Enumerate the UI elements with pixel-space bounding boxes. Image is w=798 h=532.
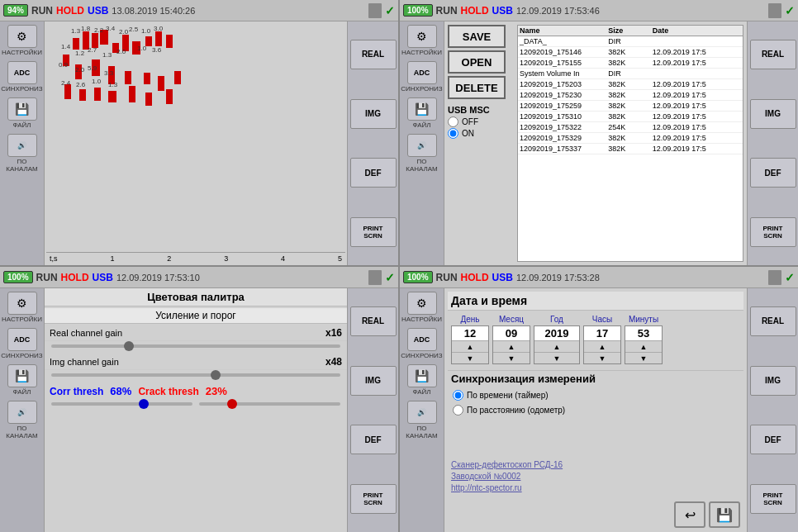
sidebar-file-1[interactable]: 💾 ФАЙЛ (2, 96, 42, 131)
print-btn-2[interactable]: PRINTSCRN (750, 217, 796, 247)
hours-spinbox[interactable]: 17 ▲ ▼ (583, 325, 621, 364)
img-gain-slider-container[interactable] (45, 372, 347, 382)
hours-value: 17 (584, 326, 620, 340)
sidebar-channels-4[interactable]: 🔊 ПО КАНАЛАМ (402, 399, 442, 441)
sync-option-2[interactable]: По расстоянию (одометр) (448, 404, 743, 416)
sidebar-settings-4[interactable]: ⚙ НАСТРОЙКИ (402, 290, 442, 325)
day-value: 12 (452, 326, 488, 340)
img-gain-thumb[interactable] (211, 370, 221, 380)
real-gain-slider-container[interactable] (45, 343, 347, 353)
sidebar-adc-2[interactable]: ADC СИНХРОНИЗ (402, 59, 442, 94)
hours-up[interactable]: ▲ (584, 340, 620, 352)
usb-layout: SAVE OPEN DELETE USB MSC OFF ON (448, 25, 743, 262)
def-btn-2[interactable]: DEF (750, 158, 796, 188)
list-item[interactable]: 12092019_175337 382K 12.09.2019 17:5 (518, 144, 743, 154)
open-btn[interactable]: OPEN (448, 50, 506, 74)
real-btn-2[interactable]: REAL (750, 40, 796, 69)
img-btn-4[interactable]: IMG (750, 366, 796, 396)
hours-down[interactable]: ▼ (584, 352, 620, 363)
delete-btn[interactable]: DELETE (448, 76, 506, 99)
print-btn-1[interactable]: PRINTSCRN (350, 217, 397, 247)
list-item[interactable]: 12092019_175146 382K 12.09.2019 17:5 (518, 47, 743, 58)
year-spinbox[interactable]: 2019 ▲ ▼ (534, 325, 580, 364)
real-gain-thumb[interactable] (124, 341, 134, 351)
month-spinbox[interactable]: 09 ▲ ▼ (492, 325, 530, 364)
list-item[interactable]: 12092019_175310 382K 12.09.2019 17:5 (518, 112, 743, 122)
crack-thresh-slider[interactable] (199, 402, 340, 406)
adc-label-1: СИНХРОНИЗ (1, 85, 42, 93)
day-down[interactable]: ▼ (452, 352, 488, 363)
sync-odometer-radio[interactable] (453, 405, 463, 416)
save-dt-btn[interactable]: 💾 (709, 501, 740, 528)
usb-on-radio[interactable] (448, 128, 458, 139)
link1[interactable]: Сканер-дефектоскоп РСД-16 (451, 459, 740, 471)
crack-thumb[interactable] (227, 399, 237, 409)
real-btn-1[interactable]: REAL (350, 40, 397, 69)
def-btn-1[interactable]: DEF (350, 158, 397, 188)
list-item[interactable]: 12092019_175155 382K 12.09.2019 17:5 (518, 58, 743, 69)
corr-slider-container[interactable] (51, 401, 192, 407)
sidebar-adc-3[interactable]: ADC СИНХРОНИЗ (2, 326, 42, 361)
img-btn-1[interactable]: IMG (350, 99, 397, 129)
bscan-bar (125, 71, 131, 84)
panel3-body: ⚙ НАСТРОЙКИ ADC СИНХРОНИЗ 💾 ФАЙЛ 🔊 ПО КА… (0, 288, 398, 532)
footer-links[interactable]: Сканер-дефектоскоп РСД-16 Заводской №000… (448, 457, 743, 496)
img-btn-3[interactable]: IMG (350, 366, 397, 396)
list-item[interactable]: 12092019_175203 382K 12.09.2019 17:5 (518, 79, 743, 90)
sidebar-file-3[interactable]: 💾 ФАЙЛ (2, 363, 42, 397)
day-label: День (460, 315, 479, 324)
minutes-up[interactable]: ▲ (625, 340, 662, 352)
sidebar-file-2[interactable]: 💾 ФАЙЛ (402, 96, 442, 131)
img-gain-slider[interactable] (51, 373, 340, 377)
back-btn[interactable]: ↩ (674, 501, 705, 528)
month-down[interactable]: ▼ (493, 352, 530, 363)
check-4: ✓ (785, 271, 795, 284)
datetime-panel: Дата и время День 12 ▲ ▼ Месяц (448, 292, 743, 530)
minutes-spinbox[interactable]: 53 ▲ ▼ (625, 325, 663, 364)
sidebar-channels-3[interactable]: 🔊 ПО КАНАЛАМ (2, 399, 42, 441)
usb-off-radio[interactable] (448, 116, 458, 127)
year-down[interactable]: ▼ (534, 352, 579, 363)
sd-icon-1 (368, 3, 382, 18)
usb-main: SAVE OPEN DELETE USB MSC OFF ON (444, 21, 747, 265)
sync-timer-radio[interactable] (453, 390, 463, 401)
sidebar-adc-4[interactable]: ADC СИНХРОНИЗ (402, 326, 442, 361)
link2[interactable]: Заводской №0002 (451, 471, 740, 482)
list-item[interactable]: 12092019_175259 382K 12.09.2019 17:5 (518, 101, 743, 112)
sidebar-settings-3[interactable]: ⚙ НАСТРОЙКИ (2, 290, 42, 325)
list-item[interactable]: 12092019_175322 254K 12.09.2019 17:5 (518, 122, 743, 133)
img-btn-2[interactable]: IMG (750, 99, 796, 129)
day-up[interactable]: ▲ (452, 340, 488, 352)
list-item[interactable]: 12092019_175329 382K 12.09.2019 17:5 (518, 133, 743, 144)
sidebar-channels-2[interactable]: 🔊 ПО КАНАЛАМ (402, 132, 442, 174)
def-btn-3[interactable]: DEF (350, 425, 397, 454)
real-btn-4[interactable]: REAL (750, 306, 796, 336)
def-btn-4[interactable]: DEF (750, 425, 796, 454)
month-up[interactable]: ▲ (493, 340, 530, 352)
list-item[interactable]: System Volume In DIR (518, 69, 743, 79)
month-label: Месяц (499, 315, 524, 324)
list-item[interactable]: _DATA_ DIR (518, 36, 743, 47)
sidebar-channels-1[interactable]: 🔊 ПО КАНАЛАМ (2, 132, 42, 174)
usb-on-option[interactable]: ON (448, 128, 514, 139)
real-btn-3[interactable]: REAL (350, 306, 397, 336)
sync-option-1[interactable]: По времени (таймер) (448, 389, 743, 401)
sidebar-file-4[interactable]: 💾 ФАЙЛ (402, 363, 442, 397)
day-spinbox[interactable]: 12 ▲ ▼ (451, 325, 489, 364)
real-gain-slider[interactable] (51, 344, 340, 348)
sidebar-settings-2[interactable]: ⚙ НАСТРОЙКИ (402, 23, 442, 58)
link3[interactable]: http://ntc-spector.ru (451, 482, 740, 494)
usb-off-option[interactable]: OFF (448, 116, 514, 127)
save-btn[interactable]: SAVE (448, 25, 506, 48)
year-up[interactable]: ▲ (534, 340, 579, 352)
sidebar-settings-1[interactable]: ⚙ НАСТРОЙКИ (2, 23, 42, 58)
corr-thumb[interactable] (139, 399, 149, 409)
crack-slider-container[interactable] (199, 401, 340, 407)
list-item[interactable]: 12092019_175230 382K 12.09.2019 17:5 (518, 90, 743, 101)
print-btn-3[interactable]: PRINTSCRN (350, 484, 397, 514)
minutes-down[interactable]: ▼ (625, 352, 662, 363)
sidebar-adc-1[interactable]: ADC СИНХРОНИЗ (2, 59, 42, 94)
print-btn-4[interactable]: PRINTSCRN (750, 484, 796, 514)
corr-thresh-slider[interactable] (51, 402, 192, 406)
year-value: 2019 (534, 326, 579, 340)
